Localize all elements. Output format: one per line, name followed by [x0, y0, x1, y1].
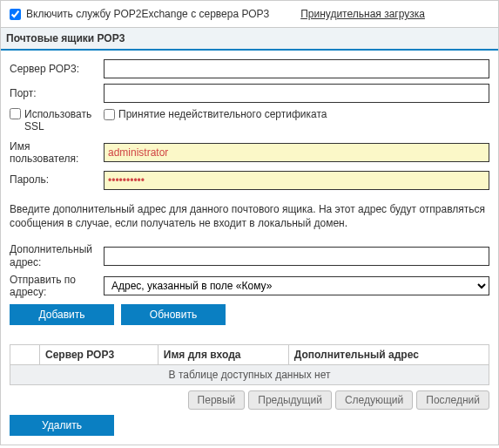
enable-pop2exchange-label: Включить службу POP2Exchange с сервера Р…: [26, 8, 269, 20]
pager-first-button[interactable]: Первый: [188, 390, 246, 410]
send-to-select[interactable]: Адрес, указанный в поле «Кому»: [104, 276, 489, 295]
help-text: Введите дополнительный адрес для данного…: [10, 202, 489, 232]
table-header-row: Сервер РОР3 Имя для входа Дополнительный…: [10, 344, 489, 364]
username-input[interactable]: [104, 143, 489, 162]
delete-row: Удалить: [10, 415, 489, 436]
row-send-to: Отправить по адресу: Адрес, указанный в …: [10, 274, 489, 299]
force-download-link[interactable]: Принудительная загрузка: [300, 8, 425, 20]
table-col-alt-address: Дополнительный адрес: [288, 344, 489, 364]
port-input[interactable]: [104, 84, 489, 103]
accept-invalid-cert-checkbox[interactable]: [104, 109, 115, 120]
send-to-label: Отправить по адресу:: [10, 274, 104, 299]
server-input[interactable]: [104, 59, 489, 78]
server-label: Сервер РОР3:: [10, 63, 104, 75]
row-username: Имя пользователя:: [10, 140, 489, 166]
add-button[interactable]: Добавить: [10, 304, 114, 325]
accept-invalid-cert-label: Принятие недействительного сертификата: [118, 108, 327, 120]
row-password: Пароль:: [10, 171, 489, 190]
top-row: Включить службу POP2Exchange с сервера Р…: [10, 8, 489, 27]
table-col-login: Имя для входа: [158, 344, 288, 364]
row-server: Сервер РОР3:: [10, 59, 489, 78]
port-label: Порт:: [10, 87, 104, 99]
alt-address-label: Дополнительный адрес:: [10, 243, 104, 268]
delete-button[interactable]: Удалить: [10, 415, 114, 436]
row-ssl: Использовать SSL Принятие недействительн…: [10, 108, 489, 133]
alt-address-input[interactable]: [104, 247, 489, 266]
table-empty-text: В таблице доступных данных нет: [10, 364, 489, 384]
update-button[interactable]: Обновить: [121, 304, 226, 325]
table-col-select: [10, 344, 40, 364]
use-ssl-label: Использовать SSL: [24, 108, 104, 133]
pager-next-button[interactable]: Следующий: [335, 390, 413, 410]
pager-last-button[interactable]: Последний: [416, 390, 489, 410]
mailboxes-table: Сервер РОР3 Имя для входа Дополнительный…: [10, 344, 489, 385]
row-alt-address: Дополнительный адрес:: [10, 243, 489, 268]
section-header: Почтовые ящики РОР3: [1, 27, 498, 51]
enable-pop2exchange-checkbox[interactable]: [10, 9, 21, 20]
row-port: Порт:: [10, 84, 489, 103]
use-ssl-checkbox[interactable]: [10, 108, 21, 119]
table-row: В таблице доступных данных нет: [10, 364, 489, 384]
pager-prev-button[interactable]: Предыдущий: [248, 390, 332, 410]
password-input[interactable]: [104, 171, 489, 190]
pager: Первый Предыдущий Следующий Последний: [10, 390, 489, 410]
username-label: Имя пользователя:: [10, 140, 104, 166]
table-col-server: Сервер РОР3: [40, 344, 158, 364]
settings-panel: Включить службу POP2Exchange с сервера Р…: [0, 0, 499, 445]
password-label: Пароль:: [10, 173, 104, 186]
add-update-row: Добавить Обновить: [10, 304, 489, 325]
